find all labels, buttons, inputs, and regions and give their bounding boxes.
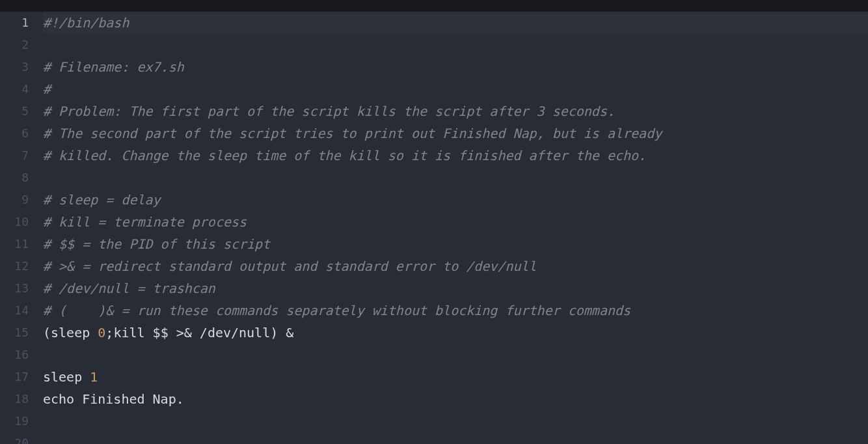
code-token: # [43, 81, 51, 97]
code-line[interactable]: # kill = terminate process [43, 211, 868, 233]
code-token: # sleep = delay [43, 192, 161, 208]
code-line[interactable]: # >& = redirect standard output and stan… [43, 255, 868, 277]
line-number: 2 [0, 34, 29, 56]
code-token: 1 [90, 369, 98, 385]
code-token: # >& = redirect standard output and stan… [43, 258, 537, 274]
title-bar [0, 0, 868, 12]
code-line[interactable]: # Problem: The first part of the script … [43, 100, 868, 122]
line-number: 1 [0, 12, 29, 34]
code-token: # ( )& = run these commands separately w… [43, 303, 631, 318]
line-number: 5 [0, 100, 29, 122]
line-number: 12 [0, 255, 29, 277]
code-line[interactable]: # Filename: ex7.sh [43, 56, 868, 78]
code-token: # /dev/null = trashcan [43, 281, 215, 296]
code-line[interactable]: # $$ = the PID of this script [43, 233, 868, 255]
code-area[interactable]: #!/bin/bash# Filename: ex7.sh## Problem:… [38, 12, 868, 444]
code-editor[interactable]: 1234567891011121314151617181920 #!/bin/b… [0, 12, 868, 444]
code-token: echo Finished Nap. [43, 391, 184, 407]
code-line[interactable]: sleep 1 [43, 366, 868, 388]
code-line[interactable]: #!/bin/bash [43, 12, 868, 34]
code-line[interactable]: # sleep = delay [43, 189, 868, 211]
code-line[interactable] [43, 410, 868, 432]
line-number: 11 [0, 233, 29, 255]
code-line[interactable]: # The second part of the script tries to… [43, 122, 868, 145]
code-token: sleep [43, 369, 90, 385]
code-line[interactable]: # killed. Change the sleep time of the k… [43, 145, 868, 167]
line-number: 8 [0, 167, 29, 189]
code-line[interactable] [43, 432, 868, 444]
code-line[interactable]: # /dev/null = trashcan [43, 277, 868, 299]
code-token: # killed. Change the sleep time of the k… [43, 148, 646, 163]
code-token: # Problem: The first part of the script … [43, 104, 615, 119]
line-number: 19 [0, 410, 29, 432]
line-number: 3 [0, 56, 29, 78]
line-number: 6 [0, 122, 29, 145]
code-line[interactable]: (sleep 0;kill $$ >& /dev/null) & [43, 322, 868, 344]
line-number: 15 [0, 322, 29, 344]
code-token: # The second part of the script tries to… [43, 126, 662, 141]
code-token: # $$ = the PID of this script [43, 236, 270, 252]
line-number: 18 [0, 388, 29, 410]
line-number: 7 [0, 145, 29, 167]
line-number-gutter: 1234567891011121314151617181920 [0, 12, 38, 444]
code-token: 0 [98, 325, 105, 340]
code-line[interactable] [43, 167, 868, 189]
line-number: 17 [0, 366, 29, 388]
code-line[interactable] [43, 34, 868, 56]
line-number: 13 [0, 277, 29, 299]
code-token: # Filename: ex7.sh [43, 59, 184, 75]
line-number: 20 [0, 432, 29, 444]
line-number: 4 [0, 78, 29, 100]
code-token: # kill = terminate process [43, 214, 247, 230]
code-line[interactable]: # [43, 78, 868, 100]
code-token: #!/bin/bash [43, 15, 129, 31]
line-number: 16 [0, 344, 29, 366]
line-number: 9 [0, 189, 29, 211]
code-line[interactable]: # ( )& = run these commands separately w… [43, 299, 868, 322]
code-token: (sleep [43, 325, 98, 340]
code-token: ;kill $$ >& /dev/null) & [105, 325, 293, 340]
code-line[interactable] [43, 344, 868, 366]
code-line[interactable]: echo Finished Nap. [43, 388, 868, 410]
line-number: 14 [0, 299, 29, 322]
line-number: 10 [0, 211, 29, 233]
